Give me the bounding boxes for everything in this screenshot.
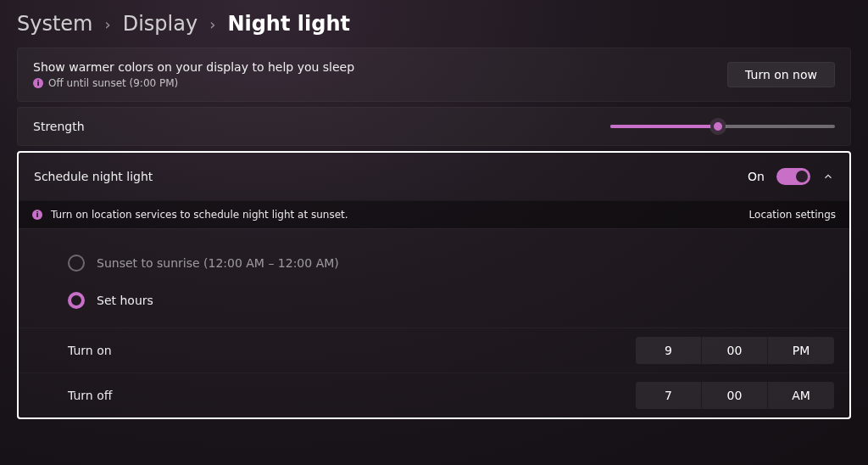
breadcrumb-system[interactable]: System (17, 12, 93, 36)
radio-set-hours-label: Set hours (97, 294, 153, 307)
info-icon: i (32, 210, 42, 220)
turn-off-minute[interactable]: 00 (702, 382, 768, 409)
turn-on-time-picker[interactable]: 9 00 PM (636, 337, 834, 364)
time-rows: Turn on 9 00 PM Turn off 7 00 AM (19, 328, 849, 417)
turn-off-row: Turn off 7 00 AM (19, 373, 849, 417)
schedule-header[interactable]: Schedule night light On (19, 153, 849, 200)
strength-card: Strength (17, 107, 851, 146)
turn-on-ampm[interactable]: PM (768, 337, 834, 364)
radio-set-hours[interactable] (68, 292, 85, 309)
turn-on-hour[interactable]: 9 (636, 337, 702, 364)
intro-title: Show warmer colors on your display to he… (33, 60, 354, 74)
schedule-radio-group: Sunset to sunrise (12:00 AM – 12:00 AM) … (19, 228, 849, 328)
turn-off-time-picker[interactable]: 7 00 AM (636, 382, 834, 409)
chevron-right-icon: › (209, 15, 215, 33)
location-notice: i Turn on location services to schedule … (19, 200, 849, 228)
intro-text: Show warmer colors on your display to he… (33, 60, 354, 89)
chevron-right-icon: › (105, 15, 111, 33)
turn-off-ampm[interactable]: AM (768, 382, 834, 409)
chevron-up-icon[interactable] (822, 171, 834, 182)
radio-sethours-row[interactable]: Set hours (68, 282, 800, 319)
schedule-label: Schedule night light (34, 170, 153, 183)
turn-off-hour[interactable]: 7 (636, 382, 702, 409)
breadcrumb-display[interactable]: Display (123, 12, 198, 36)
notice-text: Turn on location services to schedule ni… (51, 209, 348, 221)
turn-on-minute[interactable]: 00 (702, 337, 768, 364)
intro-card: Show warmer colors on your display to he… (17, 48, 851, 102)
strength-label: Strength (33, 120, 85, 133)
turn-off-label: Turn off (68, 389, 112, 402)
schedule-card: Schedule night light On i Turn on locati… (17, 151, 851, 419)
turn-on-now-button[interactable]: Turn on now (727, 62, 835, 87)
toggle-knob (796, 171, 808, 182)
radio-sunset[interactable] (68, 255, 85, 272)
radio-sunset-row[interactable]: Sunset to sunrise (12:00 AM – 12:00 AM) (68, 244, 800, 282)
slider-thumb[interactable] (710, 119, 726, 134)
schedule-toggle[interactable] (776, 168, 810, 185)
info-icon: i (33, 78, 43, 88)
turn-on-label: Turn on (68, 344, 112, 357)
turn-on-row: Turn on 9 00 PM (19, 328, 849, 373)
strength-slider[interactable] (610, 125, 835, 128)
location-settings-link[interactable]: Location settings (749, 209, 836, 221)
breadcrumb: System › Display › Night light (17, 8, 851, 48)
slider-fill (610, 125, 718, 128)
radio-sunset-label: Sunset to sunrise (12:00 AM – 12:00 AM) (97, 256, 339, 270)
schedule-state-text: On (748, 170, 765, 183)
breadcrumb-night-light: Night light (227, 12, 350, 36)
intro-status: Off until sunset (9:00 PM) (48, 77, 178, 89)
